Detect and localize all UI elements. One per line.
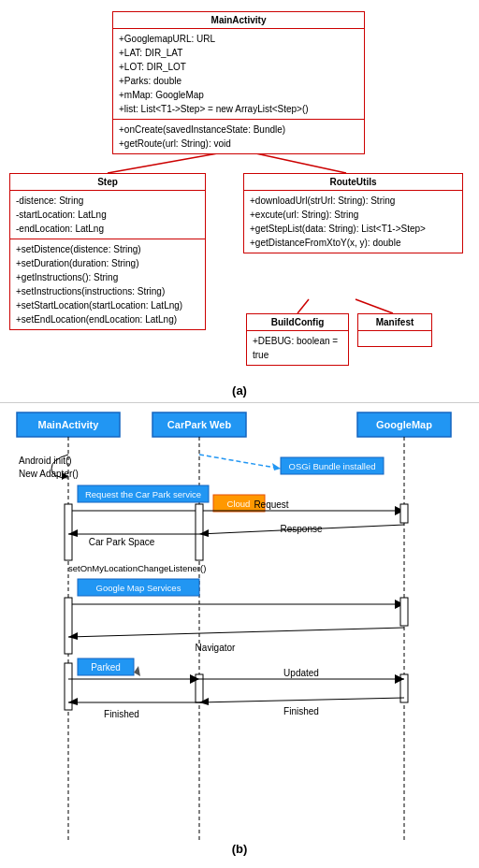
svg-text:MainActivity: MainActivity xyxy=(38,419,100,430)
main-activity-box: MainActivity +GooglemapURL: URL +LAT: DI… xyxy=(112,11,365,154)
ma-attr-1: +GooglemapURL: URL xyxy=(119,32,358,46)
svg-rect-28 xyxy=(65,504,72,560)
ma-attr-6: +list: List<T1->Step> = new ArrayList<St… xyxy=(119,102,358,116)
svg-line-44 xyxy=(68,628,404,637)
svg-text:setOnMyLocationChangeListener(: setOnMyLocationChangeListener() xyxy=(68,563,206,573)
svg-line-58 xyxy=(199,698,404,702)
step-method-5: +setStartLocation(startLocation: LatLng) xyxy=(16,298,199,312)
build-config-box: BuildConfig +DEBUG: boolean = true xyxy=(246,313,349,366)
step-attr-1: -distence: String xyxy=(16,194,199,208)
svg-text:Parked: Parked xyxy=(91,662,121,673)
ma-attr-3: +LOT: DIR_LOT xyxy=(119,60,358,74)
ma-method-2: +getRoute(url: String): void xyxy=(119,137,358,151)
ru-method-4: +getDistanceFromXtoY(x, y): double xyxy=(250,236,457,250)
manifest-body xyxy=(358,331,431,346)
svg-text:OSGi Bundle installed: OSGi Bundle installed xyxy=(289,461,376,471)
part-a-diagram: MainActivity +GooglemapURL: URL +LAT: DI… xyxy=(0,0,479,402)
svg-text:Car Park Space: Car Park Space xyxy=(89,537,155,547)
build-config-title: BuildConfig xyxy=(247,314,348,331)
svg-line-16 xyxy=(199,455,281,469)
step-methods: +setDistence(distence: String) +setDurat… xyxy=(10,239,205,329)
svg-text:Finished: Finished xyxy=(283,706,319,716)
part-b-label: (b) xyxy=(232,842,248,856)
svg-text:Navigator: Navigator xyxy=(196,643,236,653)
svg-text:Finished: Finished xyxy=(104,709,139,719)
svg-text:Android init(): Android init() xyxy=(19,456,72,466)
svg-text:GoogleMap: GoogleMap xyxy=(376,419,432,430)
step-attr-3: -endLocation: LatLng xyxy=(16,222,199,236)
step-method-6: +setEndLocation(endLocation: LatLng) xyxy=(16,312,199,326)
step-method-3: +getInstructions(): String xyxy=(16,270,199,284)
svg-text:New Adapter(): New Adapter() xyxy=(19,469,79,479)
svg-text:CarPark Web: CarPark Web xyxy=(167,419,232,430)
svg-rect-43 xyxy=(400,598,408,626)
main-activity-title: MainActivity xyxy=(113,12,364,29)
ru-method-2: +excute(url: String): String xyxy=(250,208,457,222)
step-attr-2: -startLocation: LatLng xyxy=(16,208,199,222)
svg-line-2 xyxy=(298,299,309,313)
main-activity-methods: +onCreate(savedInstanceState: Bundle) +g… xyxy=(113,120,364,153)
manifest-title: Manifest xyxy=(358,314,431,331)
route-utils-title: RouteUtils xyxy=(244,174,462,191)
ma-attr-2: +LAT: DIR_LAT xyxy=(119,46,358,60)
manifest-box: Manifest xyxy=(357,313,432,347)
step-method-2: +setDuration(duration: String) xyxy=(16,256,199,270)
svg-marker-49 xyxy=(134,666,140,676)
main-activity-attributes: +GooglemapURL: URL +LAT: DIR_LAT +LOT: D… xyxy=(113,29,364,120)
step-method-1: +setDistence(distence: String) xyxy=(16,242,199,256)
svg-text:Updated: Updated xyxy=(283,668,319,678)
ma-method-1: +onCreate(savedInstanceState: Bundle) xyxy=(119,123,358,137)
svg-rect-29 xyxy=(196,504,203,560)
svg-text:Response: Response xyxy=(280,524,322,534)
svg-marker-17 xyxy=(272,463,281,470)
part-b-diagram: MainActivity CarPark Web GoogleMap Andro… xyxy=(0,402,479,861)
svg-text:Request: Request xyxy=(254,499,288,510)
svg-text:Request the Car Park service: Request the Car Park service xyxy=(85,489,201,499)
svg-text:Cloud: Cloud xyxy=(227,499,251,509)
svg-rect-42 xyxy=(65,598,72,654)
step-box: Step -distence: String -startLocation: L… xyxy=(9,173,206,330)
route-utils-methods: +downloadUrl(strUrl: String): String +ex… xyxy=(244,191,462,253)
svg-rect-30 xyxy=(400,504,408,523)
ma-attr-5: +mMap: GoogleMap xyxy=(119,88,358,102)
svg-text:Google Map Services: Google Map Services xyxy=(96,583,181,593)
build-config-attributes: +DEBUG: boolean = true xyxy=(247,331,348,365)
part-a-label: (a) xyxy=(232,383,247,398)
sequence-svg: MainActivity CarPark Web GoogleMap Andro… xyxy=(0,403,479,861)
bc-attr-1: +DEBUG: boolean = true xyxy=(253,334,342,362)
route-utils-box: RouteUtils +downloadUrl(strUrl: String):… xyxy=(243,173,463,253)
ma-attr-4: +Parks: double xyxy=(119,74,358,88)
ru-method-1: +downloadUrl(strUrl: String): String xyxy=(250,194,457,208)
svg-line-3 xyxy=(356,299,393,313)
ru-method-3: +getStepList(data: String): List<T1->Ste… xyxy=(250,222,457,236)
step-attributes: -distence: String -startLocation: LatLng… xyxy=(10,191,205,239)
step-title: Step xyxy=(10,174,205,191)
step-method-4: +setInstructions(instructions: String) xyxy=(16,284,199,298)
